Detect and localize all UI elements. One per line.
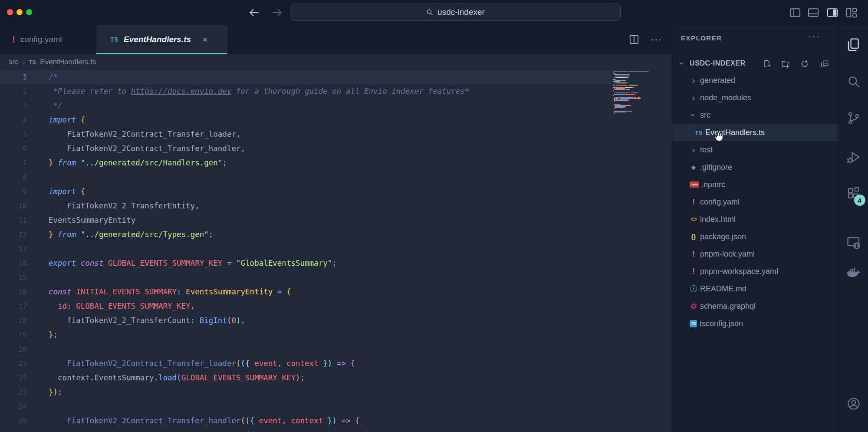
file-label: tsconfig.json — [700, 319, 743, 328]
line-number: 18 — [0, 313, 27, 328]
chevron-right-icon: › — [23, 58, 25, 67]
line-number: 13 — [0, 242, 27, 256]
nav-back-icon[interactable] — [247, 6, 260, 19]
readme-file-icon: i — [690, 285, 697, 292]
file-item-generated[interactable]: ›generated — [672, 72, 838, 89]
file-item-pnpm-lock-yaml[interactable]: !pnpm-lock.yaml — [672, 245, 838, 263]
file-item-tsconfig-json[interactable]: TStsconfig.json — [672, 315, 838, 332]
line-number: 7 — [0, 156, 27, 170]
json-file-icon: {} — [689, 233, 698, 240]
typescript-file-icon: TS — [29, 59, 36, 66]
npm-file-icon: npm — [690, 181, 699, 188]
extensions-icon[interactable]: 4 — [846, 186, 861, 201]
explorer-icon[interactable] — [846, 37, 861, 52]
line-number: 5 — [0, 127, 27, 142]
breadcrumb-file[interactable]: EventHandlers.ts — [40, 58, 96, 66]
typescript-file-icon: TS — [110, 36, 118, 43]
line-number: 19 — [0, 328, 27, 342]
code-line: 11EventsSummaryEntity — [0, 213, 611, 228]
file-label: README.md — [700, 284, 746, 293]
nav-forward-icon[interactable] — [271, 6, 284, 19]
yaml-file-icon: ! — [689, 198, 698, 207]
graphql-file-icon — [689, 302, 698, 310]
close-tab-icon[interactable]: × — [202, 34, 207, 45]
file-item-index-html[interactable]: <>index.html — [672, 211, 838, 228]
code-line: 23}); — [0, 385, 611, 399]
line-number: 8 — [0, 170, 27, 185]
code-line: 5 FiatTokenV2_2Contract_Transfer_loader, — [0, 127, 611, 142]
code-line: 19}; — [0, 328, 611, 342]
file-label: .gitignore — [700, 163, 732, 172]
code-line: 15 — [0, 270, 611, 285]
file-label: test — [700, 145, 713, 155]
close-window-button[interactable] — [7, 9, 13, 15]
file-item-eventhandlers-ts[interactable]: TSEventHandlers.ts — [672, 124, 838, 141]
source-control-icon[interactable] — [846, 111, 861, 125]
code-area[interactable]: 1/*2 *Please refer to https://docs.envio… — [0, 70, 611, 432]
code-line: 14export const GLOBAL_EVENTS_SUMMARY_KEY… — [0, 256, 611, 270]
account-icon[interactable] — [846, 396, 861, 411]
activity-bar: 4 — [838, 25, 868, 432]
file-item-config-yaml[interactable]: !config.yaml — [672, 193, 838, 211]
file-item-schema-graphql[interactable]: schema.graphql — [672, 297, 838, 315]
file-item-readme-md[interactable]: iREADME.md — [672, 280, 838, 297]
code-line: 13 — [0, 242, 611, 256]
more-actions-icon[interactable]: ··· — [651, 34, 662, 45]
typescript-file-icon: TS — [694, 129, 704, 136]
extensions-badge: 4 — [854, 195, 865, 206]
file-item--gitignore[interactable]: ◆.gitignore — [672, 158, 838, 176]
file-label: src — [700, 111, 710, 120]
file-tree: ›generated›node_modules›srcTSEventHandle… — [672, 25, 838, 432]
chevron-right-icon: › — [689, 93, 698, 102]
toggle-panel-icon[interactable] — [807, 7, 819, 18]
customize-layout-icon[interactable] — [845, 7, 858, 18]
tab-eventhandlers-ts[interactable]: TS EventHandlers.ts × — [96, 25, 227, 54]
code-line: 26 const summary = context.EventsSummary… — [0, 428, 611, 432]
toggle-primary-sidebar-icon[interactable] — [789, 7, 801, 18]
explorer-sidebar: EXPLORER ··· › USDC-INDEXER ›generated›n… — [672, 25, 838, 432]
yaml-file-icon: ! — [689, 250, 698, 259]
remote-explorer-icon[interactable] — [846, 235, 861, 250]
breadcrumb-src[interactable]: src — [9, 58, 19, 66]
line-number: 9 — [0, 185, 27, 199]
chevron-right-icon: › — [689, 145, 698, 154]
file-label: pnpm-workspace.yaml — [700, 267, 778, 276]
line-number: 3 — [0, 99, 27, 113]
split-editor-icon[interactable] — [628, 34, 640, 45]
docker-icon[interactable] — [846, 265, 861, 280]
file-item-src[interactable]: ›src — [672, 106, 838, 124]
line-number: 11 — [0, 213, 27, 228]
code-line: 3 */ — [0, 99, 611, 113]
breadcrumb[interactable]: src › TS EventHandlers.ts — [0, 54, 672, 70]
run-debug-icon[interactable] — [846, 150, 861, 165]
minimize-window-button[interactable] — [16, 9, 23, 15]
zoom-window-button[interactable] — [26, 9, 32, 15]
line-number: 23 — [0, 385, 27, 399]
file-item-node-modules[interactable]: ›node_modules — [672, 89, 838, 106]
line-number: 12 — [0, 228, 27, 242]
chevron-right-icon: › — [689, 76, 698, 85]
code-line: 1/* — [0, 70, 611, 84]
file-item--npmrc[interactable]: npm.npmrc — [672, 176, 838, 193]
indent-guide — [49, 399, 49, 414]
editor-actions: ··· — [628, 33, 662, 46]
file-item-package-json[interactable]: {}package.json — [672, 228, 838, 245]
file-label: .npmrc — [701, 180, 725, 189]
file-item-pnpm-workspace-yaml[interactable]: !pnpm-workspace.yaml — [672, 263, 838, 280]
tab-config-yaml[interactable]: ! config.yaml — [0, 25, 96, 54]
line-number: 6 — [0, 142, 27, 156]
code-line: 6 FiatTokenV2_2Contract_Transfer_handler… — [0, 142, 611, 156]
line-number: 15 — [0, 270, 27, 285]
command-center-search[interactable]: usdc-indexer — [290, 3, 621, 21]
toggle-secondary-sidebar-icon[interactable] — [826, 7, 838, 18]
code-line: 22 context.EventsSummary.load(GLOBAL_EVE… — [0, 371, 611, 385]
file-item-test[interactable]: ›test — [672, 141, 838, 158]
indent-guide — [49, 342, 49, 356]
code-line: 24 — [0, 399, 611, 414]
line-number: 4 — [0, 113, 27, 127]
code-line: 25 FiatTokenV2_2Contract_Transfer_handle… — [0, 414, 611, 428]
code-line: 17 id: GLOBAL_EVENTS_SUMMARY_KEY, — [0, 299, 611, 313]
search-icon[interactable] — [846, 74, 861, 89]
line-number: 10 — [0, 199, 27, 213]
minimap[interactable] — [611, 70, 672, 432]
